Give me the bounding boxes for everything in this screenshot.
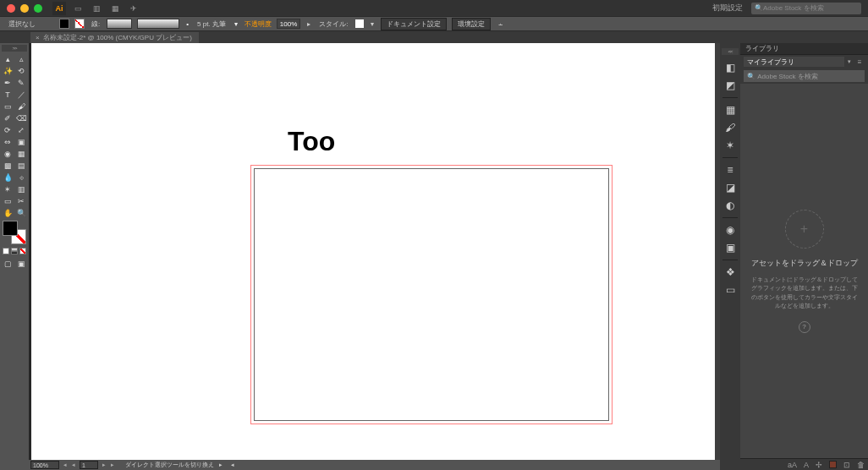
vertical-scrollbar[interactable]: [715, 43, 720, 460]
artboard-tool[interactable]: ▭: [1, 195, 14, 207]
search-icon: 🔍: [755, 4, 763, 12]
perspective-tool[interactable]: ▦: [14, 148, 28, 160]
selection-tool[interactable]: ▴: [1, 53, 14, 65]
last-artboard[interactable]: ▸: [108, 461, 117, 469]
gradient-mode[interactable]: [11, 248, 18, 254]
library-drop-area[interactable]: + アセットをドラッグ＆ドロップ ドキュメントにドラッグ＆ドロップしてグラフィッ…: [740, 84, 868, 458]
symbols-panel-icon[interactable]: ✶: [722, 138, 738, 153]
stroke-label: 線:: [90, 19, 102, 29]
align-icon[interactable]: ⫠: [496, 20, 506, 28]
lib-add-icon[interactable]: ⊡: [843, 461, 850, 469]
stock-search[interactable]: 🔍 Adobe Stock を検索: [751, 3, 861, 14]
traffic-light-close[interactable]: [7, 4, 15, 13]
color-mode[interactable]: [3, 248, 9, 254]
lib-add-color-icon[interactable]: [829, 461, 837, 468]
graphic-styles-panel-icon[interactable]: ▣: [722, 240, 738, 255]
library-drop-circle: +: [785, 210, 824, 249]
gradient-panel-icon[interactable]: ◪: [722, 180, 738, 195]
search-icon: 🔍: [747, 73, 755, 80]
zoom-tool[interactable]: 🔍: [14, 207, 28, 219]
type-tool[interactable]: T: [1, 89, 14, 101]
document-tab[interactable]: × 名称未設定-2* @ 100% (CMYK/GPU プレビュー): [30, 32, 199, 43]
stroke-panel-icon[interactable]: ≡: [722, 162, 738, 178]
stroke-swatch[interactable]: [74, 19, 85, 29]
library-selector[interactable]: マイライブラリ: [744, 57, 844, 67]
fill-stroke-swatches[interactable]: [3, 221, 26, 244]
tool-panel-expand[interactable]: [2, 45, 27, 52]
artboard[interactable]: [254, 168, 609, 421]
scale-tool[interactable]: ⤢: [14, 124, 28, 136]
gradient-tool[interactable]: ▤: [14, 160, 28, 172]
blend-tool[interactable]: ⟐: [14, 172, 28, 183]
first-artboard[interactable]: ◂: [69, 461, 78, 469]
selection-indicator: 選択なし: [7, 19, 37, 29]
fill-color[interactable]: [3, 221, 18, 236]
appearance-panel-icon[interactable]: ◉: [722, 222, 738, 238]
brush-name[interactable]: 5 pt. 丸筆: [195, 19, 228, 29]
preferences-button[interactable]: 環境設定: [452, 18, 491, 30]
opacity-label[interactable]: 不透明度: [244, 19, 272, 29]
titlebar-arrange-icon[interactable]: ▥: [90, 3, 103, 14]
eyedropper-tool[interactable]: 💧: [1, 172, 14, 183]
width-tool[interactable]: ⇔: [1, 136, 14, 148]
lib-add-char-icon[interactable]: A: [804, 461, 809, 469]
paintbrush-tool[interactable]: 🖌: [14, 101, 28, 112]
pen-tool[interactable]: ✒: [1, 77, 14, 89]
next-artboard[interactable]: ▸: [100, 461, 108, 469]
rectangle-tool[interactable]: ▭: [1, 101, 14, 112]
document-setup-button[interactable]: ドキュメント設定: [381, 18, 447, 30]
control-bar: 選択なし 線: • 5 pt. 丸筆 ▾ 不透明度 100% ▸ スタイル: ▾…: [0, 16, 868, 31]
workspace-switcher[interactable]: 初期設定: [712, 3, 743, 14]
hand-tool[interactable]: ✋: [1, 207, 14, 219]
mesh-tool[interactable]: ▩: [1, 160, 14, 172]
artboards-panel-icon[interactable]: ▭: [722, 282, 738, 298]
stroke-weight-dropdown[interactable]: [107, 19, 132, 29]
titlebar-layout-icon[interactable]: ▭: [71, 3, 85, 14]
slice-tool[interactable]: ✂: [14, 195, 28, 207]
titlebar-grid-icon[interactable]: ▦: [108, 3, 122, 14]
text-object[interactable]: Too: [288, 126, 335, 157]
traffic-light-zoom[interactable]: [34, 4, 42, 13]
shape-builder-tool[interactable]: ◉: [1, 148, 14, 160]
library-search[interactable]: 🔍 Adobe Stock を検索: [744, 70, 865, 82]
lib-delete-icon[interactable]: 🗑: [857, 461, 865, 469]
lasso-tool[interactable]: ⟲: [14, 65, 28, 77]
color-guide-panel-icon[interactable]: ◩: [722, 78, 738, 93]
rail-expand[interactable]: [722, 48, 739, 55]
draw-normal[interactable]: ▢: [1, 258, 14, 270]
brushes-panel-icon[interactable]: 🖌: [722, 120, 738, 135]
library-panel-menu-icon[interactable]: ≡: [854, 57, 865, 67]
style-swatch[interactable]: [355, 19, 364, 28]
search-placeholder: Adobe Stock を検索: [763, 3, 824, 13]
line-tool[interactable]: ／: [14, 89, 28, 101]
canvas[interactable]: Too: [31, 43, 715, 460]
fill-swatch[interactable]: [59, 19, 69, 29]
titlebar-arrow-icon[interactable]: ✈: [127, 3, 140, 14]
library-info-icon[interactable]: ?: [799, 321, 810, 333]
lib-add-object-icon[interactable]: ✢: [816, 461, 822, 469]
lib-add-text-icon[interactable]: aA: [788, 461, 797, 469]
magic-wand-tool[interactable]: ✨: [1, 65, 14, 77]
none-mode[interactable]: [19, 248, 26, 254]
prev-artboard[interactable]: ◂: [61, 461, 69, 469]
libraries-panel-header[interactable]: ライブラリ: [740, 43, 868, 55]
shaper-tool[interactable]: ✐: [1, 112, 14, 124]
free-transform-tool[interactable]: ▣: [14, 136, 28, 148]
traffic-light-minimize[interactable]: [20, 4, 29, 13]
zoom-level[interactable]: 100%: [30, 461, 59, 469]
eraser-tool[interactable]: ⌫: [14, 112, 28, 124]
rotate-tool[interactable]: ⟳: [1, 124, 14, 136]
transparency-panel-icon[interactable]: ◐: [722, 198, 738, 213]
swatches-panel-icon[interactable]: ▦: [722, 102, 738, 118]
screen-mode[interactable]: ▣: [14, 258, 28, 270]
artboard-number[interactable]: 1: [80, 461, 98, 469]
curvature-tool[interactable]: ✎: [14, 77, 28, 89]
color-panel-icon[interactable]: ◧: [722, 60, 738, 75]
library-selector-caret[interactable]: ▾: [846, 58, 853, 65]
column-graph-tool[interactable]: ▥: [14, 183, 28, 195]
variable-width-dropdown[interactable]: [137, 19, 179, 29]
symbol-sprayer-tool[interactable]: ✶: [1, 183, 14, 195]
layers-panel-icon[interactable]: ❖: [722, 265, 738, 280]
direct-selection-tool[interactable]: ▵: [14, 53, 28, 65]
opacity-value[interactable]: 100%: [277, 19, 300, 29]
